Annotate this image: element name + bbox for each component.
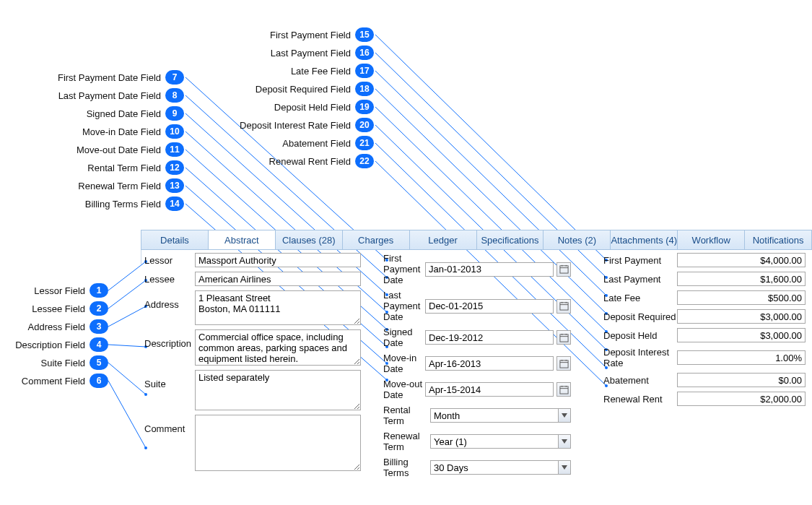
callout-21: Abatement Field21: [231, 136, 374, 150]
late-fee-input[interactable]: [677, 290, 806, 305]
suite-input[interactable]: [195, 370, 361, 410]
signed-date-calendar-button[interactable]: [556, 330, 571, 345]
move-out-date-input[interactable]: [425, 382, 554, 397]
svg-line-2: [108, 280, 146, 308]
suite-label: Suite: [144, 370, 195, 389]
callout-10: Move-in Date Field10: [43, 124, 184, 139]
deposit-held-label: Deposit Held: [603, 330, 677, 341]
signed-date-label: Signed Date: [383, 327, 425, 348]
callout-20: Deposit Interest Rate Field20: [231, 118, 374, 132]
lessor-label: Lessor: [144, 255, 195, 266]
billing-terms-label: Billing Terms: [383, 457, 430, 478]
move-in-date-input[interactable]: [425, 356, 554, 371]
svg-line-8: [108, 363, 146, 394]
last-payment-date-input[interactable]: [425, 299, 554, 314]
tab-attachments[interactable]: Attachments (4): [611, 230, 678, 249]
svg-rect-60: [559, 386, 567, 393]
move-in-date-label: Move-in Date: [383, 353, 425, 374]
lessee-row: Lessee: [144, 272, 361, 286]
svg-line-6: [108, 345, 146, 347]
deposit-interest-rate-input[interactable]: [677, 350, 806, 365]
rental-term-label: Rental Term: [383, 405, 430, 426]
callout-3: Address Field3: [14, 319, 108, 334]
move-out-date-calendar-button[interactable]: [556, 382, 571, 397]
rental-term-input[interactable]: [430, 408, 558, 423]
callout-2: Lessee Field2: [14, 301, 108, 316]
abatement-input[interactable]: [677, 373, 806, 387]
address-label: Address: [144, 290, 195, 310]
tab-bar: Details Abstract Clauses (28) Charges Le…: [141, 230, 812, 250]
deposit-held-input[interactable]: [677, 328, 806, 342]
tab-notifications[interactable]: Notifications: [745, 230, 811, 249]
svg-rect-44: [559, 266, 567, 273]
last-payment-label: Last Payment: [603, 274, 677, 285]
callout-15: First Payment Field15: [231, 27, 374, 42]
move-in-date-calendar-button[interactable]: [556, 356, 571, 371]
svg-line-28: [375, 35, 606, 260]
signed-date-input[interactable]: [425, 330, 554, 345]
form-panel: Lessor Lessee Address Description Suite …: [141, 250, 812, 264]
callout-5: Suite Field5: [14, 355, 108, 370]
calendar-icon: [559, 333, 569, 342]
deposit-required-label: Deposit Required: [603, 311, 677, 322]
calendar-icon: [559, 301, 569, 311]
first-payment-label: First Payment: [603, 255, 677, 266]
rental-term-dropdown-button[interactable]: [558, 408, 571, 423]
svg-line-4: [108, 306, 146, 327]
description-label: Description: [144, 329, 195, 349]
renewal-term-input[interactable]: [430, 434, 558, 449]
description-row: Description: [144, 329, 361, 366]
lessee-label: Lessee: [144, 274, 195, 285]
first-payment-input[interactable]: [677, 253, 806, 267]
lessor-row: Lessor: [144, 253, 361, 267]
callout-17: Late Fee Field17: [231, 64, 374, 78]
first-payment-date-label: First Payment Date: [383, 253, 425, 285]
first-payment-date-calendar-button[interactable]: [556, 262, 571, 277]
tab-ledger[interactable]: Ledger: [410, 230, 477, 249]
comment-input[interactable]: [195, 415, 361, 471]
svg-rect-52: [559, 334, 567, 341]
move-out-date-label: Move-out Date: [383, 379, 425, 400]
lessee-input[interactable]: [195, 272, 361, 286]
description-input[interactable]: [195, 329, 361, 366]
billing-terms-dropdown-button[interactable]: [558, 460, 571, 475]
last-payment-input[interactable]: [677, 272, 806, 286]
address-row: Address: [144, 290, 361, 325]
callout-11: Move-out Date Field11: [43, 142, 184, 157]
tab-notes[interactable]: Notes (2): [543, 230, 611, 249]
callout-22: Renewal Rent Field22: [231, 154, 374, 168]
renewal-term-dropdown-button[interactable]: [558, 434, 571, 449]
callout-6: Comment Field6: [14, 374, 108, 388]
svg-line-10: [108, 381, 146, 448]
tab-workflow[interactable]: Workflow: [678, 230, 745, 249]
callout-19: Deposit Held Field19: [231, 100, 374, 114]
tab-details[interactable]: Details: [141, 230, 209, 249]
renewal-rent-label: Renewal Rent: [603, 394, 677, 405]
svg-rect-56: [559, 360, 567, 367]
callout-12: Rental Term Field12: [43, 160, 184, 175]
callout-16: Last Payment Field16: [231, 46, 374, 60]
comment-row: Comment: [144, 415, 361, 471]
tab-clauses[interactable]: Clauses (28): [276, 230, 343, 249]
calendar-icon: [559, 385, 569, 394]
billing-terms-input[interactable]: [430, 460, 558, 475]
address-input[interactable]: [195, 290, 361, 325]
tab-abstract[interactable]: Abstract: [209, 230, 276, 249]
lessor-input[interactable]: [195, 253, 361, 267]
callout-14: Billing Terms Field14: [43, 197, 184, 211]
tab-specifications[interactable]: Specifications: [477, 230, 544, 249]
last-payment-date-calendar-button[interactable]: [556, 299, 571, 314]
callout-7: First Payment Date Field7: [43, 70, 184, 85]
tab-charges[interactable]: Charges: [343, 230, 410, 249]
first-payment-date-input[interactable]: [425, 262, 554, 277]
renewal-rent-input[interactable]: [677, 392, 806, 406]
callout-18: Deposit Required Field18: [231, 82, 374, 96]
calendar-icon: [559, 359, 569, 368]
comment-label: Comment: [144, 415, 195, 434]
chevron-down-icon: [562, 413, 567, 418]
deposit-required-input[interactable]: [677, 309, 806, 324]
last-payment-date-label: Last Payment Date: [383, 290, 425, 322]
deposit-interest-rate-label: Deposit Interest Rate: [603, 347, 677, 368]
suite-row: Suite: [144, 370, 361, 410]
late-fee-label: Late Fee: [603, 293, 677, 303]
